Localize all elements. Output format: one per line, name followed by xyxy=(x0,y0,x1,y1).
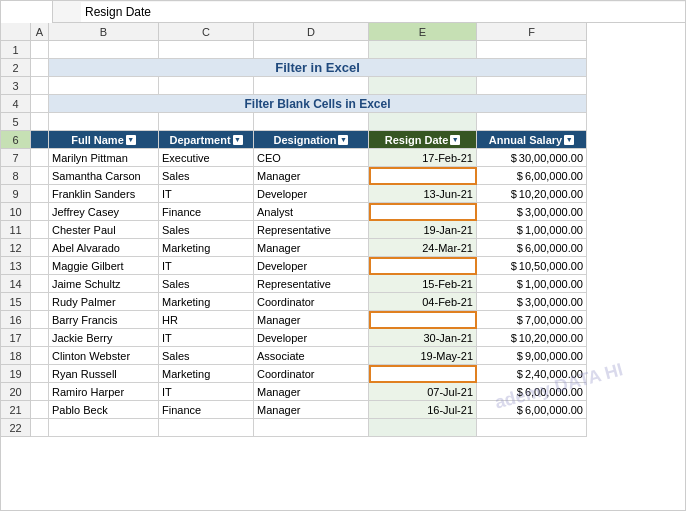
cell-name-18[interactable]: Clinton Webster xyxy=(49,347,159,365)
cell-salary-13[interactable]: $10,50,000.00 xyxy=(477,257,587,275)
cell-desg-12[interactable]: Manager xyxy=(254,239,369,257)
cell-date-15[interactable]: 04-Feb-21 xyxy=(369,293,477,311)
filter-icon-date[interactable]: ▼ xyxy=(450,135,460,145)
cell-B6-header[interactable]: Full Name ▼ xyxy=(49,131,159,149)
cell-desg-17[interactable]: Developer xyxy=(254,329,369,347)
cell-date-21[interactable]: 16-Jul-21 xyxy=(369,401,477,419)
col-header-D[interactable]: D xyxy=(254,23,369,41)
cell-A14[interactable] xyxy=(31,275,49,293)
cell-dept-9[interactable]: IT xyxy=(159,185,254,203)
cell-salary-10[interactable]: $3,00,000.00 xyxy=(477,203,587,221)
cell-A9[interactable] xyxy=(31,185,49,203)
cell-date-10[interactable] xyxy=(369,203,477,221)
cell-salary-12[interactable]: $6,00,000.00 xyxy=(477,239,587,257)
cell-date-19[interactable] xyxy=(369,365,477,383)
cell-date-9[interactable]: 13-Jun-21 xyxy=(369,185,477,203)
cell-date-7[interactable]: 17-Feb-21 xyxy=(369,149,477,167)
cell-salary-11[interactable]: $1,00,000.00 xyxy=(477,221,587,239)
cell-date-13[interactable] xyxy=(369,257,477,275)
cell-C5[interactable] xyxy=(159,113,254,131)
cell-A10[interactable] xyxy=(31,203,49,221)
cell-dept-16[interactable]: HR xyxy=(159,311,254,329)
cell-A13[interactable] xyxy=(31,257,49,275)
cell-name-10[interactable]: Jeffrey Casey xyxy=(49,203,159,221)
cell-A19[interactable] xyxy=(31,365,49,383)
cell-E5[interactable] xyxy=(369,113,477,131)
cell-A20[interactable] xyxy=(31,383,49,401)
cell-salary-9[interactable]: $10,20,000.00 xyxy=(477,185,587,203)
cell-A4[interactable] xyxy=(31,95,49,113)
cell-date-8[interactable] xyxy=(369,167,477,185)
cell-F22[interactable] xyxy=(477,419,587,437)
cell-desg-13[interactable]: Developer xyxy=(254,257,369,275)
cell-desg-10[interactable]: Analyst xyxy=(254,203,369,221)
cell-desg-16[interactable]: Manager xyxy=(254,311,369,329)
cell-salary-15[interactable]: $3,00,000.00 xyxy=(477,293,587,311)
cell-A2[interactable] xyxy=(31,59,49,77)
filter-icon-name[interactable]: ▼ xyxy=(126,135,136,145)
cell-D22[interactable] xyxy=(254,419,369,437)
cell-D1[interactable] xyxy=(254,41,369,59)
cell-title2[interactable]: Filter Blank Cells in Excel xyxy=(49,95,587,113)
cell-B5[interactable] xyxy=(49,113,159,131)
cell-D6-header[interactable]: Designation ▼ xyxy=(254,131,369,149)
cell-salary-16[interactable]: $7,00,000.00 xyxy=(477,311,587,329)
cell-F5[interactable] xyxy=(477,113,587,131)
cell-B3[interactable] xyxy=(49,77,159,95)
cell-dept-21[interactable]: Finance xyxy=(159,401,254,419)
cell-A16[interactable] xyxy=(31,311,49,329)
cell-A18[interactable] xyxy=(31,347,49,365)
cell-D5[interactable] xyxy=(254,113,369,131)
cell-date-18[interactable]: 19-May-21 xyxy=(369,347,477,365)
cell-dept-20[interactable]: IT xyxy=(159,383,254,401)
cell-F1[interactable] xyxy=(477,41,587,59)
cell-date-14[interactable]: 15-Feb-21 xyxy=(369,275,477,293)
cell-name-9[interactable]: Franklin Sanders xyxy=(49,185,159,203)
cell-A6[interactable] xyxy=(31,131,49,149)
cell-reference-box[interactable] xyxy=(1,1,53,23)
cell-A21[interactable] xyxy=(31,401,49,419)
filter-icon-salary[interactable]: ▼ xyxy=(564,135,574,145)
cell-A8[interactable] xyxy=(31,167,49,185)
cell-A5[interactable] xyxy=(31,113,49,131)
cell-name-11[interactable]: Chester Paul xyxy=(49,221,159,239)
cell-E22[interactable] xyxy=(369,419,477,437)
cell-D3[interactable] xyxy=(254,77,369,95)
cell-name-17[interactable]: Jackie Berry xyxy=(49,329,159,347)
cell-dept-18[interactable]: Sales xyxy=(159,347,254,365)
cell-desg-20[interactable]: Manager xyxy=(254,383,369,401)
cell-salary-7[interactable]: $30,00,000.00 xyxy=(477,149,587,167)
cell-desg-19[interactable]: Coordinator xyxy=(254,365,369,383)
cell-A3[interactable] xyxy=(31,77,49,95)
cell-date-16[interactable] xyxy=(369,311,477,329)
cell-salary-21[interactable]: $6,00,000.00 xyxy=(477,401,587,419)
cell-desg-11[interactable]: Representative xyxy=(254,221,369,239)
cell-name-8[interactable]: Samantha Carson xyxy=(49,167,159,185)
cell-salary-17[interactable]: $10,20,000.00 xyxy=(477,329,587,347)
cell-C3[interactable] xyxy=(159,77,254,95)
cell-A12[interactable] xyxy=(31,239,49,257)
cell-desg-8[interactable]: Manager xyxy=(254,167,369,185)
cell-desg-9[interactable]: Developer xyxy=(254,185,369,203)
cell-salary-19[interactable]: $2,40,000.00 xyxy=(477,365,587,383)
cell-dept-11[interactable]: Sales xyxy=(159,221,254,239)
cell-date-12[interactable]: 24-Mar-21 xyxy=(369,239,477,257)
cell-salary-20[interactable]: $6,00,000.00 xyxy=(477,383,587,401)
cell-date-11[interactable]: 19-Jan-21 xyxy=(369,221,477,239)
cell-E6-header[interactable]: Resign Date ▼ xyxy=(369,131,477,149)
cell-E3[interactable] xyxy=(369,77,477,95)
cell-salary-8[interactable]: $6,00,000.00 xyxy=(477,167,587,185)
cell-C1[interactable] xyxy=(159,41,254,59)
cell-A15[interactable] xyxy=(31,293,49,311)
filter-icon-dept[interactable]: ▼ xyxy=(233,135,243,145)
col-header-F[interactable]: F xyxy=(477,23,587,41)
col-header-B[interactable]: B xyxy=(49,23,159,41)
cell-dept-17[interactable]: IT xyxy=(159,329,254,347)
cell-F3[interactable] xyxy=(477,77,587,95)
cell-title1[interactable]: Filter in Excel xyxy=(49,59,587,77)
cell-dept-19[interactable]: Marketing xyxy=(159,365,254,383)
cell-B1[interactable] xyxy=(49,41,159,59)
cell-A22[interactable] xyxy=(31,419,49,437)
cell-name-14[interactable]: Jaime Schultz xyxy=(49,275,159,293)
cell-C22[interactable] xyxy=(159,419,254,437)
